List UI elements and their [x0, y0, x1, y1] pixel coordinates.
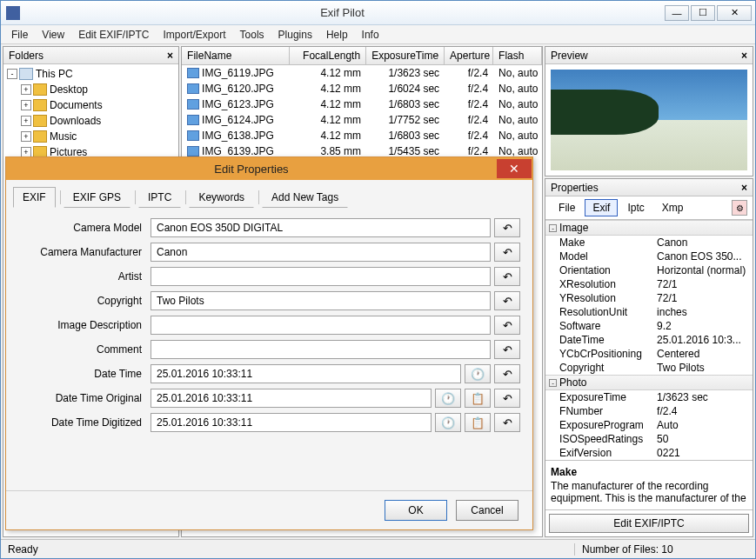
col-filename[interactable]: FileName [182, 47, 290, 64]
col-exposuretime[interactable]: ExposureTime [366, 47, 445, 64]
property-row[interactable]: ExposureProgramAuto [545, 418, 753, 432]
minimize-button[interactable]: — [665, 5, 689, 21]
property-row[interactable]: DateTime25.01.2016 10:3... [545, 333, 753, 347]
field-input-image-description[interactable] [151, 316, 491, 335]
property-row[interactable]: ModelCanon EOS 350... [545, 250, 753, 263]
section-image[interactable]: -Image [545, 220, 753, 236]
folders-close-icon[interactable]: × [167, 50, 173, 62]
property-row[interactable]: XResolution72/1 [545, 277, 753, 291]
tab-iptc[interactable]: Iptc [619, 199, 652, 216]
tree-node-documents[interactable]: +Documents [5, 97, 177, 113]
cell-aperture: f/2.4 [445, 114, 493, 126]
col-focallength[interactable]: FocalLength [290, 47, 366, 64]
field-input-camera-manufacturer[interactable] [151, 243, 491, 262]
properties-close-icon[interactable]: × [741, 182, 747, 194]
col-flash[interactable]: Flash [493, 47, 542, 64]
expand-icon[interactable]: + [21, 116, 31, 126]
collapse-icon[interactable]: - [549, 379, 557, 387]
tree-node-music[interactable]: +Music [5, 129, 177, 144]
table-row[interactable]: IMG_6123.JPG4.12 mm1/6803 secf/2.4No, au… [182, 96, 542, 112]
cancel-button[interactable]: Cancel [456, 500, 518, 521]
dialog-tab-iptc[interactable]: IPTC [138, 187, 181, 208]
table-row[interactable]: IMG_6120.JPG4.12 mm1/6024 secf/2.4No, au… [182, 81, 542, 96]
undo-icon[interactable]: ↶ [494, 218, 520, 237]
property-row[interactable]: Software9.2 [545, 319, 753, 333]
undo-icon[interactable]: ↶ [494, 243, 520, 262]
field-input-date-time-digitized[interactable] [151, 413, 432, 432]
copy-icon[interactable]: 📋 [465, 413, 491, 432]
dialog-tab-exif[interactable]: EXIF [13, 187, 56, 208]
table-row[interactable]: IMG_6138.JPG4.12 mm1/6803 secf/2.4No, au… [182, 128, 542, 143]
field-input-copyright[interactable] [151, 291, 491, 310]
close-button[interactable]: ✕ [717, 5, 752, 21]
tab-xmp[interactable]: Xmp [654, 199, 692, 216]
tree-node-this-pc[interactable]: -This PC [5, 66, 177, 82]
edit-exif-iptc-button[interactable]: Edit EXIF/IPTC [549, 514, 749, 533]
clock-icon[interactable]: 🕐 [435, 413, 461, 432]
dialog-tab-add-new-tags[interactable]: Add New Tags [262, 187, 348, 208]
property-row[interactable]: ResolutionUnitinches [545, 305, 753, 319]
menu-view[interactable]: View [35, 27, 71, 43]
field-input-date-time-original[interactable] [151, 389, 432, 408]
undo-icon[interactable]: ↶ [494, 267, 520, 286]
clock-icon[interactable]: 🕐 [435, 389, 461, 408]
prop-value: 9.2 [657, 320, 753, 332]
expand-icon[interactable]: - [7, 69, 17, 79]
prop-value: Horizontal (normal) [657, 264, 753, 276]
expand-icon[interactable]: + [21, 131, 31, 142]
table-row[interactable]: IMG_6124.JPG4.12 mm1/7752 secf/2.4No, au… [182, 112, 542, 128]
property-row[interactable]: FNumberf/2.4 [545, 404, 753, 418]
expand-icon[interactable]: + [21, 100, 31, 110]
section-photo[interactable]: -Photo [545, 375, 753, 390]
properties-grid: -ImageMakeCanonModelCanon EOS 350...Orie… [545, 219, 753, 460]
collapse-icon[interactable]: - [549, 224, 557, 232]
field-input-artist[interactable] [151, 267, 491, 286]
preview-image [551, 70, 747, 170]
undo-icon[interactable]: ↶ [494, 364, 520, 383]
gear-icon[interactable]: ⚙ [732, 200, 747, 216]
property-row[interactable]: ExifVersion0221 [545, 446, 753, 460]
cell-filename: IMG_6123.JPG [202, 98, 274, 110]
property-row[interactable]: ISOSpeedRatings50 [545, 432, 753, 446]
tab-file[interactable]: File [551, 199, 583, 216]
maximize-button[interactable]: ☐ [691, 5, 715, 21]
menu-file[interactable]: File [4, 27, 35, 43]
tree-node-desktop[interactable]: +Desktop [5, 82, 177, 97]
copy-icon[interactable]: 📋 [465, 389, 491, 408]
menubar: FileViewEdit EXIF/IPTCImport/ExportTools… [1, 25, 755, 44]
menu-tools[interactable]: Tools [233, 27, 271, 43]
dialog-close-button[interactable]: ✕ [497, 159, 532, 178]
undo-icon[interactable]: ↶ [494, 389, 520, 408]
property-row[interactable]: OrientationHorizontal (normal) [545, 263, 753, 277]
field-input-camera-model[interactable] [151, 218, 491, 237]
menu-info[interactable]: Info [355, 27, 386, 43]
expand-icon[interactable]: + [21, 84, 31, 95]
col-aperture[interactable]: Aperture [445, 47, 493, 64]
preview-close-icon[interactable]: × [741, 50, 747, 62]
property-row[interactable]: MakeCanon [545, 236, 753, 250]
undo-icon[interactable]: ↶ [494, 316, 520, 335]
tab-exif[interactable]: Exif [585, 199, 618, 216]
property-row[interactable]: YCbCrPositioningCentered [545, 347, 753, 361]
tree-node-downloads[interactable]: +Downloads [5, 113, 177, 129]
cell-focallength: 4.12 mm [290, 130, 366, 142]
menu-help[interactable]: Help [319, 27, 355, 43]
menu-plugins[interactable]: Plugins [271, 27, 319, 43]
ok-button[interactable]: OK [385, 500, 447, 521]
prop-value: Canon [657, 236, 753, 249]
cell-aperture: f/2.4 [445, 130, 493, 142]
menu-edit-exif-iptc[interactable]: Edit EXIF/IPTC [71, 27, 156, 43]
table-row[interactable]: IMG_6119.JPG4.12 mm1/3623 secf/2.4No, au… [182, 65, 542, 81]
undo-icon[interactable]: ↶ [494, 340, 520, 359]
undo-icon[interactable]: ↶ [494, 413, 520, 432]
property-row[interactable]: CopyrightTwo Pilots [545, 361, 753, 375]
property-row[interactable]: YResolution72/1 [545, 291, 753, 305]
undo-icon[interactable]: ↶ [494, 291, 520, 310]
clock-icon[interactable]: 🕐 [465, 364, 491, 383]
dialog-tab-exif-gps[interactable]: EXIF GPS [64, 187, 130, 208]
dialog-tab-keywords[interactable]: Keywords [189, 187, 254, 208]
field-input-date-time[interactable] [151, 364, 461, 383]
menu-import-export[interactable]: Import/Export [157, 27, 233, 43]
field-input-comment[interactable] [151, 340, 491, 359]
property-row[interactable]: ExposureTime1/3623 sec [545, 390, 753, 404]
